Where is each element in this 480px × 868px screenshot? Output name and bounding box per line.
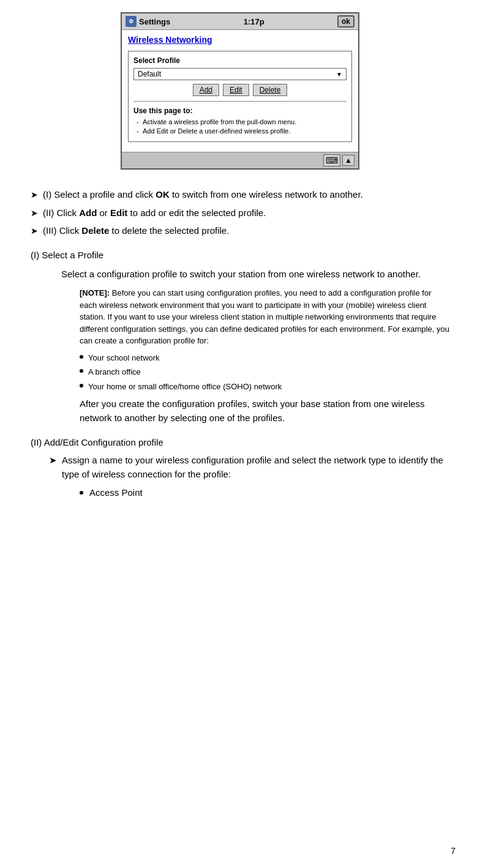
device-ok-button[interactable]: ok <box>337 15 354 28</box>
access-point-item: Access Point <box>80 487 449 498</box>
note-text: Before you can start using configuration… <box>80 288 449 345</box>
dot-3 <box>80 384 83 387</box>
profile-dropdown[interactable]: Default ▼ <box>133 68 347 80</box>
settings-icon: ⚙ <box>126 16 137 27</box>
bullet-item-1: ➤ (I) Select a profile and click OK to s… <box>31 188 449 201</box>
content-area: ➤ (I) Select a profile and click OK to s… <box>24 188 456 498</box>
add-button[interactable]: Add <box>193 84 219 96</box>
scroll-up-icon[interactable]: ▲ <box>342 155 354 166</box>
section-ii-heading-text: (II) Add/Edit Configuration profile <box>31 437 163 447</box>
dot-text-3: Your home or small office/home office (S… <box>88 381 282 393</box>
button-row: Add Edit Delete <box>133 84 347 96</box>
dot-item-3: Your home or small office/home office (S… <box>80 381 449 393</box>
bullet-item-3: ➤ (III) Click Delete to delete the selec… <box>31 224 449 238</box>
select-profile-label: Select Profile <box>133 56 347 65</box>
device-screenshot: ⚙ Settings 1:17p ok Wireless Networking … <box>121 12 359 170</box>
section-i-heading-text: (I) Select a Profile <box>31 250 103 260</box>
after-note: After you create the configuration profi… <box>80 397 449 425</box>
dot-item-1: Your school network <box>80 352 449 364</box>
dropdown-row: Default ▼ <box>133 68 347 80</box>
keyboard-icon[interactable]: ⌨ <box>323 154 340 166</box>
section-ii-bullet-list: ➤ Assign a name to your wireless configu… <box>49 454 449 481</box>
bullet-arrow-1: ➤ <box>31 189 38 201</box>
device-titlebar: ⚙ Settings 1:17p ok <box>122 13 358 30</box>
device-bottom-bar: ⌨ ▲ <box>122 152 358 168</box>
device-title: Settings <box>139 17 170 26</box>
page-wrapper: ⚙ Settings 1:17p ok Wireless Networking … <box>0 0 480 868</box>
dot-list: Your school network A branch office Your… <box>80 352 449 393</box>
use-page-list: Activate a wireless profile from the pul… <box>133 118 347 135</box>
bullet-arrow-2: ➤ <box>31 208 38 220</box>
section-ii-arrow: ➤ <box>49 454 57 468</box>
title-left: ⚙ Settings <box>126 16 170 27</box>
dot-2 <box>80 369 83 373</box>
access-point-dot <box>80 491 83 495</box>
select-profile-section: Select Profile Default ▼ Add Edit Delete… <box>128 51 352 142</box>
bullet-arrow-3: ➤ <box>31 225 38 238</box>
section-ii-bullet-text: Assign a name to your wireless configura… <box>62 454 449 481</box>
dot-1 <box>80 355 83 359</box>
bullet-item-2: ➤ (II) Click Add or Edit to add or edit … <box>31 206 449 220</box>
page-number: 7 <box>451 846 456 856</box>
access-point-label: Access Point <box>89 487 143 498</box>
section-i-body: Select a configuration profile to switch… <box>61 268 449 425</box>
use-page-item-1: Activate a wireless profile from the pul… <box>137 118 347 125</box>
section-i-heading: (I) Select a Profile <box>31 250 449 260</box>
use-page-item-2: Add Edit or Delete a user-defined wirele… <box>137 127 347 135</box>
delete-button[interactable]: Delete <box>253 84 288 96</box>
dot-text-1: Your school network <box>88 352 160 364</box>
dropdown-value: Default <box>138 70 161 78</box>
note-label: [NOTE]: <box>80 288 110 297</box>
access-point-list: Access Point <box>80 487 449 498</box>
note-block: [NOTE]: Before you can start using confi… <box>80 287 449 425</box>
section-i-intro: Select a configuration profile to switch… <box>61 268 449 282</box>
wireless-title: Wireless Networking <box>128 35 352 45</box>
divider <box>133 101 347 102</box>
device-time: 1:17p <box>244 17 264 26</box>
bullet-text-2: (II) Click Add or Edit to add or edit th… <box>43 206 266 219</box>
edit-button[interactable]: Edit <box>223 84 249 96</box>
use-page-label: Use this page to: <box>133 107 347 115</box>
dot-item-2: A branch office <box>80 366 449 378</box>
section-ii-bullet-1: ➤ Assign a name to your wireless configu… <box>49 454 449 481</box>
bullet-text-1: (I) Select a profile and click OK to swi… <box>43 188 363 201</box>
top-bullet-list: ➤ (I) Select a profile and click OK to s… <box>31 188 449 238</box>
dropdown-arrow-icon: ▼ <box>336 71 342 78</box>
device-body: Wireless Networking Select Profile Defau… <box>122 30 358 152</box>
dot-text-2: A branch office <box>88 366 141 378</box>
bullet-text-3: (III) Click Delete to delete the selecte… <box>43 224 229 237</box>
section-ii-heading: (II) Add/Edit Configuration profile <box>31 437 449 447</box>
